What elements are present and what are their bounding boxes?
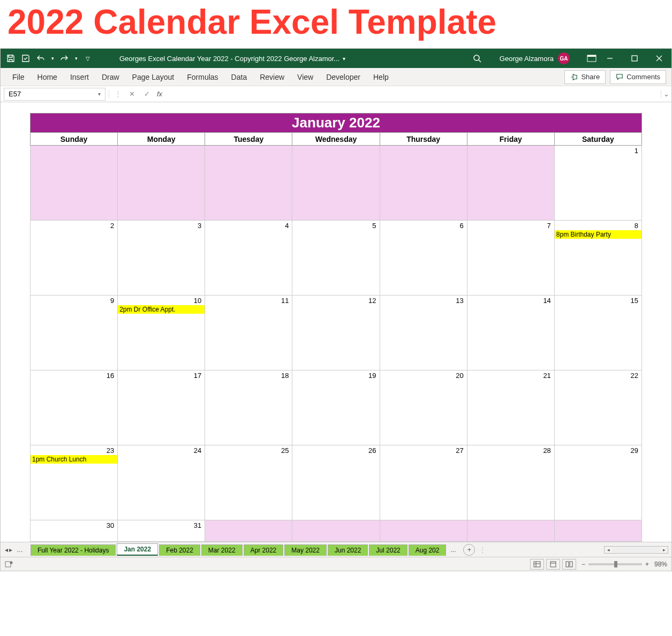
chevron-down-icon[interactable]: ▾	[50, 52, 55, 64]
user-account[interactable]: George Alzamora GA	[494, 52, 575, 64]
calendar-day-cell[interactable]	[292, 520, 380, 542]
maximize-button[interactable]	[622, 49, 647, 68]
calendar-day-cell[interactable]: 88pm Birthday Party	[554, 221, 641, 296]
ribbon-tab-view[interactable]: View	[291, 68, 320, 86]
calendar-day-cell[interactable]: 15	[554, 296, 641, 370]
zoom-slider[interactable]: − +	[582, 561, 649, 568]
calendar-day-cell[interactable]: 25	[205, 445, 292, 520]
accept-formula-icon[interactable]: ✓	[142, 90, 152, 98]
calendar-day-cell[interactable]: 16	[31, 370, 118, 445]
sheet-tab[interactable]: Jul 2022	[369, 544, 407, 556]
ribbon-tab-draw[interactable]: Draw	[95, 68, 126, 86]
calendar-day-cell[interactable]: 1	[554, 146, 641, 221]
calendar-day-cell[interactable]	[292, 146, 380, 221]
calendar-day-cell[interactable]: 14	[467, 296, 554, 370]
tab-list-icon[interactable]: …	[13, 546, 26, 554]
calendar-day-cell[interactable]	[118, 146, 205, 221]
page-break-view-button[interactable]	[562, 559, 576, 570]
ribbon-tab-help[interactable]: Help	[367, 68, 395, 86]
calendar-day-cell[interactable]: 3	[118, 221, 205, 296]
calendar-day-cell[interactable]: 12	[292, 296, 380, 370]
calendar-day-cell[interactable]: 4	[205, 221, 292, 296]
calendar-day-cell[interactable]	[31, 146, 118, 221]
calendar-day-cell[interactable]	[380, 146, 467, 221]
comments-button[interactable]: Comments	[610, 70, 666, 84]
calendar-day-cell[interactable]	[205, 146, 292, 221]
qat-customize-icon[interactable]: ▽	[82, 52, 94, 64]
ribbon-tab-page-layout[interactable]: Page Layout	[126, 68, 181, 86]
sheet-tab[interactable]: Mar 2022	[201, 544, 243, 556]
calendar-event[interactable]: 1pm Church Lunch	[31, 455, 117, 464]
calendar-day-cell[interactable]: 20	[380, 370, 467, 445]
tab-scroll-right-icon[interactable]: ▸	[9, 546, 12, 554]
scroll-left-icon[interactable]: ◂	[605, 547, 612, 552]
calendar-day-cell[interactable]: 231pm Church Lunch	[31, 445, 118, 520]
calendar-event[interactable]: 2pm Dr Office Appt.	[118, 305, 205, 314]
calendar-day-cell[interactable]: 24	[118, 445, 205, 520]
zoom-level[interactable]: 98%	[654, 561, 667, 568]
ribbon-tab-developer[interactable]: Developer	[320, 68, 367, 86]
ribbon-tab-insert[interactable]: Insert	[64, 68, 95, 86]
calendar-day-cell[interactable]: 26	[292, 445, 380, 520]
calendar-day-cell[interactable]	[380, 520, 467, 542]
record-macro-icon[interactable]	[5, 561, 13, 568]
ribbon-tab-file[interactable]: File	[6, 68, 31, 86]
ribbon-tab-formulas[interactable]: Formulas	[180, 68, 224, 86]
chevron-down-icon[interactable]: ▾	[73, 52, 79, 64]
search-icon[interactable]	[471, 54, 484, 63]
normal-view-button[interactable]	[530, 559, 544, 570]
title-dropdown-icon[interactable]: ▾	[343, 56, 345, 62]
undo-icon[interactable]	[35, 52, 47, 64]
horizontal-scrollbar[interactable]: ◂ ▸	[604, 546, 668, 554]
calendar-event[interactable]: 8pm Birthday Party	[555, 230, 641, 239]
scroll-right-icon[interactable]: ▸	[660, 547, 668, 552]
calendar-day-cell[interactable]: 22	[554, 370, 641, 445]
tabs-overflow-indicator[interactable]: ...	[447, 546, 459, 554]
calendar-day-cell[interactable]: 30	[31, 520, 118, 542]
sheet-tab[interactable]: Jun 2022	[328, 544, 368, 556]
calendar-day-cell[interactable]: 11	[205, 296, 292, 370]
calendar-day-cell[interactable]	[205, 520, 292, 542]
page-layout-view-button[interactable]	[546, 559, 560, 570]
calendar-day-cell[interactable]: 18	[205, 370, 292, 445]
calendar-day-cell[interactable]: 29	[554, 445, 641, 520]
autosave-icon[interactable]	[20, 52, 32, 64]
calendar-day-cell[interactable]: 102pm Dr Office Appt.	[118, 296, 205, 370]
formula-input[interactable]	[168, 88, 661, 101]
ribbon-tab-data[interactable]: Data	[225, 68, 254, 86]
save-icon[interactable]	[5, 52, 17, 64]
calendar-day-cell[interactable]: 7	[467, 221, 554, 296]
sheet-tab[interactable]: Full Year 2022 - Holidays	[31, 544, 116, 556]
sheet-tab[interactable]: Aug 202	[409, 544, 447, 556]
cancel-formula-icon[interactable]: ✕	[127, 90, 137, 98]
sheet-tab[interactable]: May 2022	[284, 544, 327, 556]
calendar-day-cell[interactable]: 6	[380, 221, 467, 296]
sheet-tab[interactable]: Jan 2022	[117, 543, 158, 556]
chevron-down-icon[interactable]: ▾	[98, 91, 101, 97]
ribbon-display-icon[interactable]	[586, 52, 598, 64]
calendar-day-cell[interactable]	[467, 146, 554, 221]
calendar-day-cell[interactable]: 31	[118, 520, 205, 542]
calendar-day-cell[interactable]	[467, 520, 554, 542]
calendar-day-cell[interactable]: 2	[31, 221, 118, 296]
calendar-day-cell[interactable]: 9	[31, 296, 118, 370]
add-sheet-button[interactable]: +	[463, 544, 475, 556]
calendar-day-cell[interactable]: 27	[380, 445, 467, 520]
worksheet-area[interactable]: January 2022 SundayMondayTuesdayWednesda…	[1, 102, 671, 542]
redo-icon[interactable]	[58, 52, 70, 64]
ribbon-tab-review[interactable]: Review	[253, 68, 291, 86]
close-button[interactable]	[647, 49, 671, 68]
name-box[interactable]: E57 ▾	[4, 88, 105, 101]
zoom-out-icon[interactable]: −	[582, 561, 585, 568]
calendar-day-cell[interactable]: 19	[292, 370, 380, 445]
calendar-day-cell[interactable]: 13	[380, 296, 467, 370]
calendar-day-cell[interactable]: 17	[118, 370, 205, 445]
zoom-in-icon[interactable]: +	[645, 561, 649, 568]
calendar-day-cell[interactable]	[554, 520, 641, 542]
calendar-day-cell[interactable]: 28	[467, 445, 554, 520]
minimize-button[interactable]	[598, 49, 622, 68]
sheet-tab[interactable]: Feb 2022	[159, 544, 200, 556]
share-button[interactable]: Share	[564, 70, 606, 84]
ribbon-tab-home[interactable]: Home	[31, 68, 64, 86]
sheet-tab[interactable]: Apr 2022	[244, 544, 284, 556]
